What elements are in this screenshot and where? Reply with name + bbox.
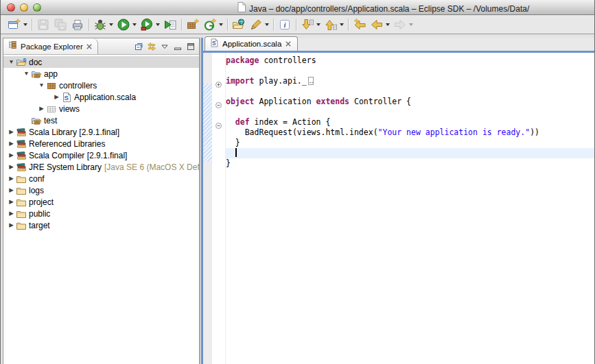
code-line[interactable]: } [226, 158, 594, 169]
tree-item-label: doc [27, 58, 42, 67]
package-folder-icon [31, 69, 43, 80]
disclosure-triangle[interactable]: ▼ [37, 80, 46, 91]
disclosure-triangle[interactable]: ▼ [7, 56, 16, 68]
folding-margin[interactable] [212, 53, 226, 364]
zoom-button[interactable] [33, 3, 41, 12]
dropdown-arrow-icon[interactable] [316, 23, 320, 26]
dropdown-arrow-icon[interactable] [340, 23, 344, 26]
tree-item-project[interactable]: ▶project [3, 196, 199, 208]
close-view-icon[interactable] [86, 40, 93, 53]
code-line[interactable]: package controllers [226, 56, 594, 66]
tree-item-views[interactable]: ▶views [3, 103, 199, 114]
library-icon [16, 150, 27, 161]
disclosure-triangle[interactable]: ▶ [52, 91, 61, 103]
disclosure-triangle[interactable]: ▶ [7, 138, 16, 149]
library-icon [16, 138, 27, 149]
minimize-button[interactable] [20, 3, 28, 12]
tab-package-explorer[interactable]: Package Explorer [3, 38, 98, 54]
run-coverage-button[interactable] [139, 16, 161, 33]
disclosure-triangle[interactable]: ▶ [7, 219, 16, 231]
disclosure-triangle[interactable]: ▶ [7, 149, 16, 161]
fold-expand-icon[interactable] [215, 78, 222, 84]
tree-item-controllers[interactable]: ▼controllers [3, 80, 199, 91]
disclosure-triangle[interactable]: ▶ [37, 103, 46, 114]
tree-item-scala-library-2-9-1-final[interactable]: ▶Scala Library [2.9.1.final] [3, 126, 199, 138]
maximize-button[interactable] [185, 41, 196, 52]
tree-item-public[interactable]: ▶public [3, 208, 199, 219]
close-tab-icon[interactable] [285, 38, 292, 50]
code-line[interactable]: } [226, 138, 594, 148]
traffic-lights [7, 3, 41, 12]
dropdown-arrow-icon[interactable] [265, 23, 269, 26]
new-package-button[interactable] [185, 16, 201, 33]
disclosure-triangle[interactable]: ▶ [7, 161, 16, 173]
new-wizard-button[interactable] [6, 16, 29, 33]
minimize-button[interactable] [172, 41, 183, 52]
previous-annotation-button[interactable] [323, 16, 345, 33]
fold-collapse-icon[interactable] [215, 119, 222, 125]
disclosure-triangle[interactable]: ▶ [7, 126, 16, 138]
tree-item-label: project [27, 197, 54, 207]
tree-item-conf[interactable]: ▶conf [3, 173, 199, 184]
disclosure-triangle[interactable]: ▼ [22, 68, 31, 80]
tree-item-label: Application.scala [73, 93, 136, 102]
folded-region-box[interactable] [308, 77, 314, 85]
tab-application-scala[interactable]: S Application.scala [205, 36, 298, 51]
tree-item-label: Scala Compiler [2.9.1.final] [27, 151, 127, 160]
format-brush-button[interactable] [248, 16, 270, 33]
info-button[interactable]: i [277, 16, 293, 33]
fold-collapse-icon[interactable] [215, 99, 222, 105]
tree-item-logs[interactable]: ▶logs [3, 184, 199, 196]
tree-item-jre-system-library[interactable]: ▶JRE System Library[Java SE 6 (MacOS X D… [3, 161, 199, 173]
dropdown-arrow-icon[interactable] [109, 23, 113, 26]
code-text-area[interactable]: package controllersimport play.api._obje… [226, 56, 594, 169]
tree-item-doc[interactable]: ▼Sdoc [3, 56, 199, 68]
new-type-button[interactable] [202, 16, 224, 33]
dropdown-arrow-icon[interactable] [386, 23, 390, 26]
run-button[interactable] [115, 16, 138, 33]
disclosure-triangle[interactable]: ▶ [7, 173, 16, 184]
dropdown-arrow-icon[interactable] [219, 23, 223, 26]
tree-item-target[interactable]: ▶target [3, 219, 199, 231]
dropdown-arrow-icon[interactable] [132, 23, 137, 26]
disclosure-triangle[interactable]: ▶ [7, 208, 16, 219]
code-text: extends [316, 97, 349, 106]
code-editor[interactable]: package controllersimport play.api._obje… [203, 53, 594, 364]
back-button[interactable] [369, 16, 391, 33]
tree-item-referenced-libraries[interactable]: ▶Referenced Libraries [3, 138, 199, 149]
next-annotation-button[interactable] [299, 16, 322, 33]
tree-item-scala-compiler-2-9-1-final[interactable]: ▶Scala Compiler [2.9.1.final] [3, 149, 199, 161]
view-menu-button[interactable] [159, 41, 170, 52]
code-text: } [226, 158, 231, 168]
tree-item-application-scala[interactable]: ▶SApplication.scala [3, 91, 199, 103]
run-external-button[interactable] [162, 16, 178, 33]
code-line[interactable] [226, 107, 594, 117]
code-line[interactable]: object Application extends Controller { [226, 97, 594, 107]
dropdown-arrow-icon[interactable] [156, 23, 160, 26]
tree-item-app[interactable]: ▼app [3, 68, 199, 80]
code-line[interactable]: def index = Action { [226, 117, 594, 128]
link-with-editor-button[interactable] [146, 41, 157, 52]
disclosure-triangle[interactable]: ▶ [7, 196, 16, 208]
print-button[interactable] [69, 16, 86, 33]
package-folder-icon [31, 115, 43, 126]
code-line[interactable] [226, 86, 594, 97]
close-button[interactable] [7, 3, 15, 12]
code-line[interactable]: BadRequest(views.html.index("Your new ap… [226, 128, 594, 138]
disclosure-triangle[interactable]: ▶ [7, 184, 16, 196]
code-line-current[interactable] [226, 148, 594, 158]
dropdown-arrow-icon[interactable] [409, 23, 413, 26]
collapse-all-button[interactable] [133, 41, 144, 52]
annotation-ruler[interactable] [203, 53, 212, 364]
code-line[interactable]: import play.api._ [226, 76, 594, 86]
tree-item-label: Scala Library [2.9.1.final] [27, 128, 119, 137]
debug-button[interactable] [92, 16, 115, 33]
tree-item-test[interactable]: test [3, 114, 199, 126]
dropdown-arrow-icon[interactable] [23, 23, 27, 26]
code-text: Application [255, 97, 316, 106]
code-line[interactable] [226, 66, 594, 76]
open-deploy-button[interactable] [231, 16, 247, 33]
eclipse-window: Java – doc/app/controllers/Application.s… [0, 0, 595, 364]
last-edit-location-button[interactable] [351, 16, 368, 33]
titlebar[interactable]: Java – doc/app/controllers/Application.s… [1, 0, 594, 15]
